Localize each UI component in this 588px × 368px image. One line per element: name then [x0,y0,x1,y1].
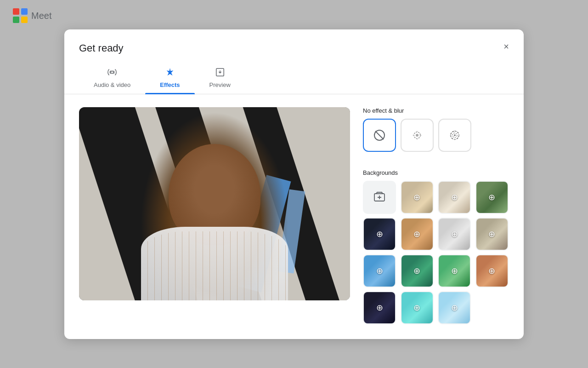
no-effect-label: No effect & blur [363,107,509,114]
blur-heavy-tile[interactable] [438,119,471,152]
bg-overlay-icon-14: ⊕ [451,303,458,313]
bg-overlay-icon-6: ⊕ [451,229,458,239]
background-tile-12[interactable]: ⊕ [363,291,396,324]
effects-panel: No effect & blur [363,107,509,324]
bg-overlay-icon-13: ⊕ [413,303,420,313]
audio-video-icon [107,67,117,79]
app-name: Meet [31,11,51,21]
add-background-tile[interactable] [363,181,396,214]
bg-overlay-icon-2: ⊕ [451,192,458,202]
modal-header: Get ready [64,29,524,54]
bg-overlay-icon-8: ⊕ [376,266,383,276]
blur-light-tile[interactable] [401,119,434,152]
modal-title: Get ready [79,42,509,54]
background-tile-10[interactable]: ⊕ [438,254,471,288]
tab-effects[interactable]: Effects [145,63,194,94]
tab-preview-label: Preview [209,81,231,88]
backgrounds-section: Backgrounds [363,169,509,324]
background-tile-8[interactable]: ⊕ [363,254,396,288]
background-tile-13[interactable]: ⊕ [401,291,434,324]
svg-rect-0 [13,8,19,15]
svg-point-21 [454,138,456,140]
svg-point-18 [450,134,452,136]
background-tile-4[interactable]: ⊕ [363,218,396,251]
background-tile-6[interactable]: ⊕ [438,218,471,251]
get-ready-modal: × Get ready Audio & video [64,29,524,339]
blur-options-row [363,119,509,152]
background-tile-7[interactable]: ⊕ [475,218,509,251]
svg-point-19 [458,134,460,136]
svg-point-20 [454,130,456,132]
svg-point-12 [420,134,422,136]
bg-overlay-icon-3: ⊕ [488,192,495,202]
backgrounds-grid: ⊕ ⊕ ⊕ [363,181,509,324]
background-tile-2[interactable]: ⊕ [438,181,471,214]
svg-point-4 [111,71,113,74]
svg-point-17 [454,134,456,136]
svg-point-11 [413,134,414,136]
bg-overlay-icon-7: ⊕ [488,229,495,239]
background-tile-14[interactable]: ⊕ [438,291,471,324]
bg-overlay-icon-11: ⊕ [488,266,495,276]
preview-icon [215,67,225,79]
tabs-bar: Audio & video Effects [64,63,524,94]
background-tile-3[interactable]: ⊕ [475,181,509,214]
svg-rect-3 [21,17,28,23]
no-effect-section: No effect & blur [363,107,509,161]
effects-icon [165,67,175,79]
bg-overlay-icon-9: ⊕ [413,266,420,276]
meet-logo-icon [13,8,28,23]
svg-rect-1 [21,8,28,15]
tab-preview[interactable]: Preview [195,63,245,94]
background-tile-11[interactable]: ⊕ [475,254,509,288]
background-tile-1[interactable]: ⊕ [401,181,434,214]
svg-point-14 [417,138,418,139]
bg-overlay-icon-4: ⊕ [376,229,383,239]
svg-line-8 [375,131,384,139]
background-tile-5[interactable]: ⊕ [401,218,434,251]
bg-overlay-icon-1: ⊕ [413,192,420,202]
close-button[interactable]: × [498,39,514,55]
svg-point-10 [416,134,418,137]
bg-overlay-icon-12: ⊕ [376,303,383,313]
no-effect-tile[interactable] [363,119,396,152]
tab-audio-video-label: Audio & video [94,81,130,88]
background-tile-9[interactable]: ⊕ [401,254,434,288]
svg-point-13 [417,131,418,132]
tab-audio-video[interactable]: Audio & video [79,63,145,94]
bg-overlay-icon-5: ⊕ [413,229,420,239]
bg-overlay-icon-10: ⊕ [451,266,458,276]
modal-body: No effect & blur [64,94,524,339]
svg-rect-2 [13,17,19,23]
video-preview [79,107,350,300]
backgrounds-label: Backgrounds [363,169,509,176]
tab-effects-label: Effects [160,81,180,88]
